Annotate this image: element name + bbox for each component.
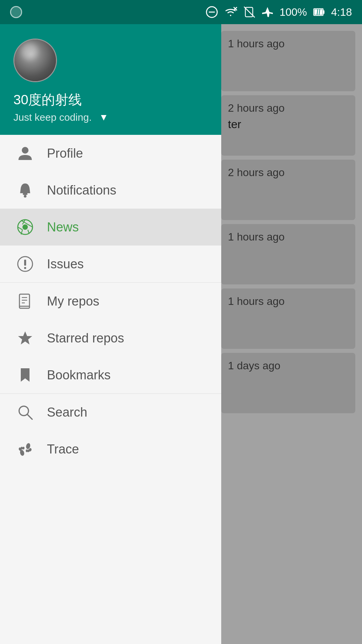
sidebar-item-bookmarks[interactable]: Bookmarks (0, 357, 221, 393)
bookmark-icon (13, 367, 37, 383)
sidebar-item-starred-repos[interactable]: Starred repos (0, 320, 221, 357)
sidebar-item-notifications[interactable]: Notifications (0, 172, 221, 209)
sidebar-item-search[interactable]: Search (0, 394, 221, 431)
svg-point-40 (26, 449, 28, 452)
airplane-icon (261, 6, 274, 18)
star-icon (13, 330, 37, 346)
drawer-username: 30度的射线 (13, 91, 208, 109)
drawer-subtitle: Just keep coding. ▼ (13, 112, 208, 123)
drawer-scrim[interactable] (221, 24, 362, 644)
book-icon (13, 293, 37, 310)
sidebar-item-search-label: Search (47, 405, 87, 420)
sidebar-item-bookmarks-label: Bookmarks (47, 368, 111, 382)
sidebar-item-issues-label: Issues (47, 257, 84, 271)
sidebar-item-my-repos-label: My repos (47, 294, 99, 309)
sidebar-item-notifications-label: Notifications (47, 183, 116, 198)
sim-off-icon (243, 6, 255, 18)
battery-percentage: 100% (280, 6, 307, 18)
status-bar-left (10, 6, 22, 18)
svg-rect-12 (23, 193, 27, 195)
svg-rect-23 (24, 260, 26, 266)
sidebar-item-profile-label: Profile (47, 146, 83, 161)
svg-rect-24 (24, 267, 26, 269)
dnd-icon (206, 6, 218, 18)
drawer-overlay: 30度的射线 Just keep coding. ▼ Profile (0, 24, 362, 644)
sidebar-item-my-repos[interactable]: My repos (0, 283, 221, 320)
status-indicator-icon (10, 6, 22, 18)
sidebar-item-news[interactable]: News (0, 209, 221, 246)
svg-point-36 (22, 447, 25, 449)
chevron-down-icon[interactable]: ▼ (99, 112, 108, 123)
wifi-x-icon (224, 6, 237, 18)
svg-rect-7 (323, 10, 324, 14)
person-icon (13, 145, 37, 162)
clock-time: 4:18 (331, 6, 352, 18)
sidebar-item-profile[interactable]: Profile (0, 135, 221, 172)
footprints-icon (13, 441, 37, 458)
exclamation-circle-icon (13, 256, 37, 272)
bell-icon (13, 182, 37, 199)
avatar[interactable] (13, 39, 57, 82)
sidebar-item-starred-repos-label: Starred repos (47, 331, 124, 345)
svg-marker-30 (18, 331, 32, 344)
status-bar: 100% 4:18 (0, 0, 362, 24)
avatar-image (14, 40, 56, 81)
svg-line-32 (27, 414, 32, 419)
battery-icon (313, 6, 325, 18)
svg-point-15 (22, 224, 28, 230)
svg-point-11 (22, 147, 28, 154)
aperture-icon (13, 219, 37, 235)
sidebar-item-trace-label: Trace (47, 442, 79, 457)
drawer-menu: Profile Notifications (0, 135, 221, 644)
drawer-header: 30度的射线 Just keep coding. ▼ (0, 24, 221, 135)
sidebar-item-trace[interactable]: Trace (0, 431, 221, 468)
svg-point-13 (24, 195, 26, 198)
sidebar-item-issues[interactable]: Issues (0, 246, 221, 282)
navigation-drawer: 30度的射线 Just keep coding. ▼ Profile (0, 24, 221, 644)
search-icon (13, 404, 37, 421)
drawer-tagline: Just keep coding. (13, 112, 92, 123)
sidebar-item-news-label: News (47, 220, 79, 234)
svg-rect-8 (314, 9, 322, 15)
status-bar-right: 100% 4:18 (206, 6, 352, 18)
